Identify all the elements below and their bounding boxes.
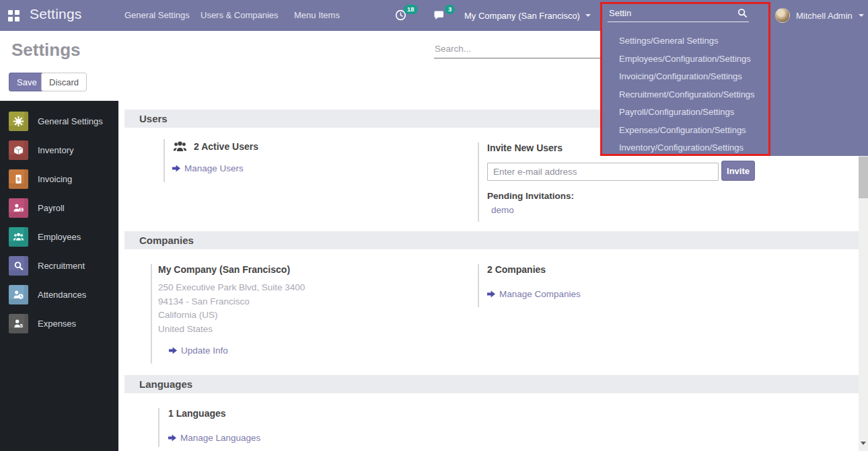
- address-line: United States: [158, 323, 474, 337]
- gear-icon: [9, 112, 28, 131]
- company-name: My Company (San Francisco): [158, 264, 474, 275]
- suggestion-settings-general[interactable]: Settings/General Settings: [601, 32, 868, 50]
- invoice-document-icon: $: [9, 169, 28, 189]
- address-line: 250 Executive Park Blvd, Suite 3400: [158, 281, 474, 295]
- navbar-search: [608, 6, 749, 24]
- section-header-companies: Companies: [124, 231, 859, 249]
- inventory-box-icon: [9, 140, 28, 160]
- messages-count-badge[interactable]: 3: [445, 5, 455, 14]
- section-title: Users: [139, 113, 168, 124]
- app-brand-title: Settings: [30, 6, 81, 22]
- address-line: 94134 - San Francisco: [158, 295, 474, 309]
- link-arrow-icon: [487, 290, 495, 298]
- search-icon[interactable]: [737, 8, 748, 18]
- section-header-languages: Languages: [124, 375, 859, 393]
- company-switcher-label: My Company (San Francisco): [464, 11, 580, 21]
- manage-languages-label: Manage Languages: [180, 433, 260, 443]
- suggestion-invoicing-config[interactable]: Invoicing/Configuration/Settings: [601, 68, 868, 86]
- pending-invitations-label: Pending Invitations:: [487, 191, 767, 201]
- manage-users-link[interactable]: Manage Users: [172, 163, 446, 173]
- chevron-down-icon: [585, 14, 591, 17]
- suggestion-inventory-config[interactable]: Inventory/Configuration/Settings: [601, 139, 868, 157]
- scroll-down-icon[interactable]: [861, 442, 866, 445]
- recruitment-magnifier-icon: [9, 256, 28, 276]
- sidebar-item-label: Attendances: [38, 290, 86, 300]
- vertical-scrollbar[interactable]: [859, 156, 868, 451]
- apps-menu-icon[interactable]: [8, 10, 20, 22]
- menu-menu-items[interactable]: Menu Items: [294, 10, 340, 20]
- suggestion-employees-config[interactable]: Employees/Configuration/Settings: [601, 50, 868, 69]
- svg-text:$: $: [20, 208, 22, 212]
- expenses-person-dollar-icon: $: [9, 314, 28, 333]
- menu-general-settings[interactable]: General Settings: [124, 10, 190, 20]
- languages-count: 1 Languages: [168, 408, 447, 419]
- manage-companies-label: Manage Companies: [499, 289, 581, 299]
- invite-button[interactable]: Invite: [721, 161, 755, 181]
- suggestion-payroll-config[interactable]: Payroll/Configuration/Settings: [601, 104, 868, 122]
- messages-icon[interactable]: [433, 10, 445, 24]
- scrollbar-thumb[interactable]: [859, 157, 868, 198]
- sidebar-item-general-settings[interactable]: General Settings: [0, 107, 118, 136]
- page-title: Settings: [11, 40, 81, 60]
- menu-users-companies[interactable]: Users & Companies: [201, 10, 279, 20]
- sidebar-item-employees[interactable]: Employees: [0, 222, 118, 251]
- suggestion-recruitment-config[interactable]: Recruitment/Configuration/Settings: [601, 86, 868, 104]
- user-menu[interactable]: Mitchell Admin: [775, 0, 864, 31]
- active-users-count: 2 Active Users: [194, 141, 258, 152]
- search-suggestions-list: Settings/General Settings Employees/Conf…: [601, 31, 868, 157]
- company-address: 250 Executive Park Blvd, Suite 3400 9413…: [158, 281, 474, 336]
- manage-users-label: Manage Users: [184, 163, 244, 173]
- section-title: Languages: [139, 378, 192, 390]
- user-name: Mitchell Admin: [796, 11, 853, 21]
- svg-text:$: $: [17, 176, 20, 182]
- pending-user-link[interactable]: demo: [487, 205, 514, 215]
- companies-count: 2 Companies: [487, 264, 767, 275]
- discard-button[interactable]: Discard: [41, 73, 87, 91]
- attendance-person-clock-icon: [9, 285, 28, 304]
- link-arrow-icon: [172, 165, 180, 172]
- avatar: [775, 8, 790, 23]
- sidebar-item-label: Payroll: [38, 203, 65, 213]
- sidebar-item-recruitment[interactable]: Recruitment: [0, 251, 118, 280]
- update-info-label: Update Info: [181, 345, 228, 356]
- link-arrow-icon: [168, 434, 176, 442]
- activities-count-badge[interactable]: 18: [404, 5, 418, 14]
- suggestion-expenses-config[interactable]: Expenses/Configuration/Settings: [601, 122, 868, 140]
- sidebar-item-attendances[interactable]: Attendances: [0, 280, 118, 309]
- address-line: California (US): [158, 309, 474, 323]
- update-info-link[interactable]: Update Info: [158, 345, 474, 356]
- chevron-down-icon: [859, 14, 864, 17]
- employees-people-icon: [9, 227, 28, 247]
- email-field[interactable]: [487, 163, 719, 181]
- active-users-block: 2 Active Users Manage Users: [164, 139, 446, 182]
- companies-count-block: 2 Companies Manage Companies: [478, 264, 767, 307]
- sidebar-item-expenses[interactable]: $ Expenses: [0, 309, 118, 338]
- svg-text:$: $: [20, 323, 24, 329]
- settings-sidebar: General Settings Inventory $ Invoicing: [0, 101, 118, 451]
- sidebar-item-invoicing[interactable]: $ Invoicing: [0, 165, 118, 194]
- payroll-person-icon: $: [9, 198, 28, 218]
- navbar-search-input[interactable]: [608, 6, 749, 22]
- sidebar-item-label: Recruitment: [38, 261, 85, 271]
- company-switcher[interactable]: My Company (San Francisco): [464, 0, 591, 31]
- odoo-settings-screen: Settings/General Settings Employees/Conf…: [0, 0, 868, 451]
- top-navbar: Settings General Settings Users & Compan…: [0, 0, 868, 31]
- sidebar-item-label: Inventory: [38, 145, 73, 155]
- manage-companies-link[interactable]: Manage Companies: [487, 289, 767, 299]
- search-suggestions-panel: Settings/General Settings Employees/Conf…: [601, 31, 868, 156]
- sidebar-item-label: Expenses: [38, 319, 76, 329]
- company-info-block: My Company (San Francisco) 250 Executive…: [151, 264, 474, 364]
- content-search: [434, 42, 601, 58]
- languages-block: 1 Languages Manage Languages: [158, 408, 447, 447]
- sidebar-item-label: Invoicing: [38, 174, 72, 184]
- sidebar-item-label: Employees: [38, 232, 81, 242]
- sidebar-item-label: General Settings: [38, 116, 103, 126]
- users-group-icon: [172, 139, 188, 154]
- link-arrow-icon: [169, 347, 177, 354]
- sidebar-item-inventory[interactable]: Inventory: [0, 136, 118, 165]
- sidebar-item-payroll[interactable]: $ Payroll: [0, 194, 118, 222]
- section-title: Companies: [139, 235, 194, 246]
- content-search-input[interactable]: [434, 42, 601, 58]
- save-button[interactable]: Save: [9, 73, 45, 91]
- manage-languages-link[interactable]: Manage Languages: [168, 433, 447, 443]
